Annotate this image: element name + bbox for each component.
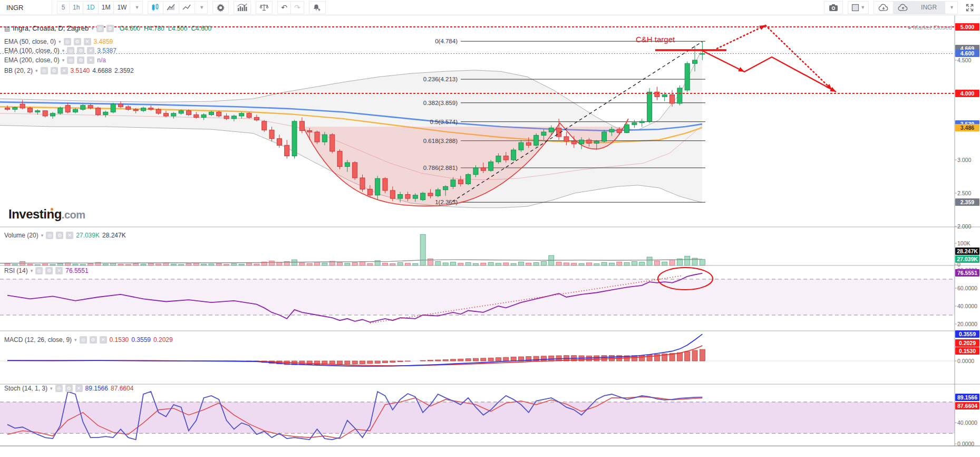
- axis-price-badge: 87.6604: [955, 402, 979, 410]
- chevron-down-icon[interactable]: ▾: [41, 233, 44, 238]
- legend-settings-gear-icon[interactable]: ⚙: [51, 67, 58, 74]
- chevron-down-icon[interactable]: ▾: [35, 68, 38, 73]
- chart-canvas[interactable]: [0, 0, 980, 457]
- legend-hide-icon[interactable]: ◎: [41, 67, 48, 74]
- chevron-down-icon[interactable]: ▾: [50, 386, 53, 391]
- chart-type-area-button[interactable]: [163, 1, 179, 14]
- chevron-down-icon[interactable]: ▾: [91, 26, 94, 31]
- legend-hide-icon[interactable]: ◎: [67, 47, 74, 54]
- axis-tick-label: 2.500: [957, 190, 971, 196]
- legend-settings-gear-icon[interactable]: ⚙: [45, 267, 53, 274]
- interval-button-1h[interactable]: 1h: [69, 1, 83, 14]
- ohlc-value: O4.600: [120, 25, 140, 32]
- legend-close-icon[interactable]: ✕: [100, 336, 107, 344]
- redo-icon: ↷: [294, 3, 300, 12]
- legend-settings-gear-icon[interactable]: ⚙: [77, 47, 84, 54]
- legend-hide-icon[interactable]: ◎: [67, 56, 74, 64]
- interval-button-5[interactable]: 5: [57, 1, 70, 14]
- chart-type-line-button[interactable]: [179, 1, 195, 14]
- ohlc-values: O4.600H4.780L4.500C4.600: [120, 25, 211, 32]
- rsi-band: [0, 279, 955, 315]
- candlestick-chart-icon: [151, 3, 160, 12]
- time-axis[interactable]: 2020922Feb1421Mar91320Apr716222848142026…: [0, 446, 980, 457]
- chevron-down-icon: ▼: [860, 5, 865, 10]
- axis-price-badge: 5.000: [955, 23, 979, 31]
- chart-dropdown[interactable]: ▼: [945, 1, 958, 14]
- investing-watermark: Investing.com: [8, 207, 85, 222]
- legend-close-icon[interactable]: ✕: [55, 267, 63, 274]
- fib-level-label: 0.236(4.213): [423, 76, 458, 82]
- redo-button[interactable]: ↷: [290, 1, 304, 14]
- indicator-value: 0.3559: [131, 336, 151, 344]
- save-layout-button[interactable]: [893, 1, 913, 14]
- chart-type-candles-button[interactable]: [148, 1, 163, 14]
- legend-hide-icon[interactable]: ◎: [64, 38, 71, 45]
- legend-settings-gear-icon[interactable]: ⚙: [77, 56, 84, 64]
- fib-level-label: 0.382(3.859): [423, 100, 458, 106]
- chevron-down-icon[interactable]: ▾: [62, 48, 65, 53]
- symbol-title[interactable]: Ingra, Croatia, D, Zagreb: [13, 24, 89, 32]
- cup-handle-target-label[interactable]: C&H target: [636, 35, 675, 44]
- indicator-label: RSI (14): [4, 267, 28, 274]
- legend-close-icon[interactable]: ✕: [66, 232, 73, 239]
- chevron-down-icon[interactable]: ▾: [59, 39, 61, 44]
- legend-hide-icon[interactable]: ◎: [55, 385, 63, 392]
- load-layout-button[interactable]: [874, 1, 894, 14]
- layout-button[interactable]: ▼: [848, 1, 869, 14]
- indicator-value: 76.5551: [65, 267, 88, 274]
- snapshot-button[interactable]: [824, 1, 843, 14]
- volume-bars-layer: [5, 234, 705, 265]
- legend-close-icon[interactable]: ✕: [87, 47, 94, 54]
- indicator-value: 0.2029: [153, 336, 173, 344]
- gear-icon: [216, 3, 225, 12]
- indicator-label: BB (20, 2): [4, 67, 33, 74]
- symbol-legend: ▤Ingra, Croatia, D, Zagreb▾◎⚙O4.600H4.78…: [4, 24, 211, 32]
- trading-chart-app: INGR 51h1D1M1W ▼ ▼ ↶ ↷ ▼ INGR ▼ Inves: [0, 0, 980, 457]
- symbol-input[interactable]: INGR: [0, 1, 52, 15]
- axis-price-badge: 27.039K: [955, 255, 979, 263]
- ohlc-value: C4.600: [191, 25, 211, 32]
- fullscreen-button[interactable]: [963, 1, 977, 14]
- forecast-arrow-solid[interactable]: [702, 51, 836, 92]
- legend-hide-icon[interactable]: ◎: [35, 267, 43, 274]
- legend-hide-icon[interactable]: ◎: [80, 336, 87, 344]
- legend-settings-gear-icon[interactable]: ⚙: [65, 385, 73, 392]
- forecast-arrow-dotted-up[interactable]: [717, 25, 765, 49]
- legend-close-icon[interactable]: ✕: [84, 38, 91, 45]
- ohlc-value: L4.500: [168, 25, 188, 32]
- indicators-button[interactable]: [234, 1, 251, 14]
- chevron-down-icon[interactable]: ▾: [62, 58, 65, 63]
- legend-settings-gear-icon[interactable]: ⚙: [106, 25, 114, 32]
- legend-close-icon[interactable]: ✕: [61, 67, 68, 74]
- legend-close-icon[interactable]: ✕: [75, 385, 83, 392]
- chevron-down-icon[interactable]: ▾: [31, 268, 33, 273]
- interval-button-1D[interactable]: 1D: [83, 1, 98, 14]
- camera-icon: [829, 4, 838, 12]
- chevron-down-icon[interactable]: ▾: [74, 337, 77, 342]
- interval-dropdown[interactable]: ▼: [130, 1, 143, 14]
- legend-hide-icon[interactable]: ◎: [96, 25, 104, 32]
- chevron-down-icon: ▼: [134, 5, 139, 10]
- forecast-arrow-dotted-down[interactable]: [765, 25, 832, 90]
- legend-settings-gear-icon[interactable]: ⚙: [90, 336, 97, 344]
- legend-hide-icon[interactable]: ◎: [46, 232, 53, 239]
- indicator-legend-row: BB (20, 2)▾◎⚙✕3.51404.66882.3592: [4, 67, 134, 74]
- pane-legend-macd: MACD (12, 26, close, 9)▾◎⚙✕0.15300.35590…: [4, 336, 173, 344]
- axis-price-badge: 2.359: [955, 198, 979, 206]
- compare-button[interactable]: [256, 1, 273, 14]
- interval-button-1M[interactable]: 1M: [98, 1, 114, 14]
- legend-close-icon[interactable]: ✕: [87, 56, 94, 64]
- axis-price-badge: 28.247K: [955, 247, 979, 255]
- alert-button[interactable]: [309, 1, 326, 14]
- compare-scales-icon: [259, 3, 269, 12]
- settings-button[interactable]: [212, 1, 229, 14]
- saved-chart-name[interactable]: INGR: [913, 1, 945, 14]
- axis-tick-label: 60.0000: [957, 285, 977, 291]
- legend-settings-gear-icon[interactable]: ⚙: [74, 38, 81, 45]
- undo-button[interactable]: ↶: [277, 1, 291, 14]
- chart-type-caret[interactable]: ▼: [195, 1, 208, 14]
- chart-mini-icon: ▤: [4, 25, 10, 32]
- axis-tick-label: 0.0000: [957, 358, 974, 364]
- legend-settings-gear-icon[interactable]: ⚙: [56, 232, 63, 239]
- interval-button-1W[interactable]: 1W: [113, 1, 130, 14]
